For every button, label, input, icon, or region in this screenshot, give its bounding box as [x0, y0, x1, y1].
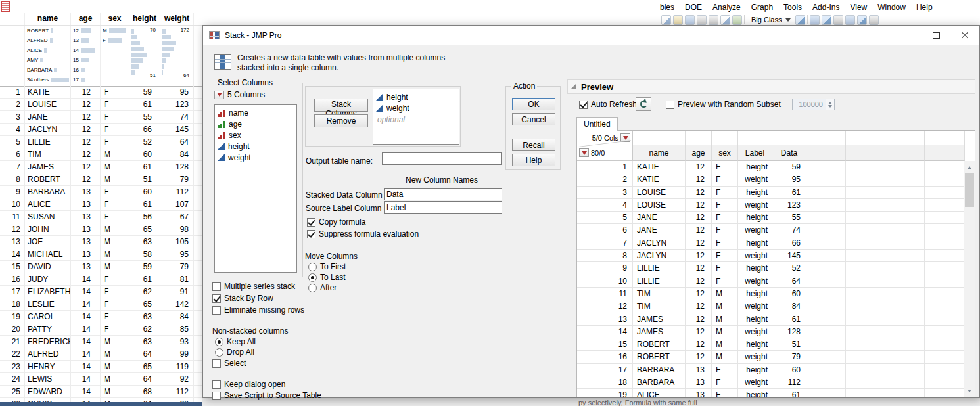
menu-item-window[interactable]: Window — [872, 1, 911, 14]
cell-sex[interactable]: F — [712, 389, 738, 397]
table-row[interactable]: 12JOHN13M6598 — [0, 223, 202, 236]
cell-name[interactable]: SUSAN — [25, 211, 71, 223]
preview-table-row[interactable]: 14JAMES12Mweight128 — [577, 326, 975, 338]
row-number[interactable]: 8 — [0, 173, 25, 185]
row-number[interactable]: 18 — [577, 376, 633, 388]
cell-data[interactable]: 128 — [772, 326, 806, 338]
cell-weight[interactable]: 74 — [160, 111, 194, 123]
cell-name[interactable]: JAMES — [633, 313, 686, 325]
preview-table-row[interactable]: 19ALICE13Fheight61 — [577, 389, 975, 397]
cell-age[interactable]: 14 — [71, 298, 101, 310]
row-number[interactable]: 5 — [577, 212, 633, 223]
cell-sex[interactable]: M — [712, 300, 738, 312]
eliminate-missing-checkbox[interactable]: Eliminate missing rows — [212, 305, 304, 315]
cell-age[interactable]: 12 — [686, 199, 712, 211]
cancel-button[interactable]: Cancel — [512, 113, 555, 125]
cell-sex[interactable]: F — [712, 173, 738, 185]
row-number[interactable]: 25 — [0, 386, 25, 397]
row-number[interactable]: 13 — [0, 236, 25, 248]
cell-label[interactable]: height — [738, 212, 772, 223]
cell-sex[interactable]: F — [712, 161, 738, 173]
menu-item-doe[interactable]: DOE — [680, 1, 707, 14]
cell-weight[interactable]: 95 — [160, 86, 194, 98]
cell-height[interactable]: 60 — [129, 148, 160, 160]
cell-weight[interactable]: 119 — [160, 361, 194, 372]
cell-data[interactable]: 61 — [772, 313, 806, 325]
cell-name[interactable]: JACLYN — [25, 124, 71, 135]
cell-age[interactable]: 12 — [686, 237, 712, 249]
move-columns-radio-to-last[interactable]: To Last — [308, 273, 346, 282]
cell-label[interactable]: height — [738, 161, 772, 173]
row-number[interactable]: 12 — [0, 223, 25, 235]
row-number[interactable]: 2 — [577, 173, 633, 185]
table-row[interactable]: 19CAROL14F6384 — [0, 311, 202, 323]
cell-data[interactable]: 123 — [772, 199, 806, 211]
menu-item-tools[interactable]: Tools — [778, 1, 807, 14]
column-list-item-sex[interactable]: sex — [215, 129, 296, 141]
cell-data[interactable]: 74 — [772, 224, 806, 236]
row-number[interactable]: 19 — [577, 389, 633, 397]
cell-height[interactable]: 52 — [129, 136, 160, 148]
table-row[interactable]: 3JANE12F5574 — [0, 111, 202, 124]
menu-item-bles[interactable]: bles — [655, 1, 680, 14]
scroll-down-button[interactable] — [964, 386, 975, 397]
cell-height[interactable]: 63 — [129, 336, 160, 348]
move-columns-radio-to-first[interactable]: To First — [308, 262, 346, 271]
cell-sex[interactable]: F — [101, 124, 129, 135]
preview-column-header-data[interactable]: Data — [772, 131, 806, 161]
stacked-data-column-input[interactable] — [384, 188, 502, 200]
table-row[interactable]: 23HENRY14M65119 — [0, 361, 202, 373]
header-graph-sex[interactable]: MF — [101, 26, 129, 86]
cell-weight[interactable]: 98 — [160, 223, 194, 235]
header-graph-age[interactable]: 121314151617 — [71, 26, 101, 86]
cell-label[interactable]: height — [738, 237, 772, 249]
cell-label[interactable]: height — [738, 338, 772, 350]
row-number[interactable]: 23 — [0, 361, 25, 372]
cell-age[interactable]: 12 — [71, 136, 101, 148]
cell-label[interactable]: weight — [738, 250, 772, 261]
copy-formula-checkbox[interactable]: Copy formula — [307, 217, 365, 227]
recall-button[interactable]: Recall — [512, 139, 555, 151]
cell-age[interactable]: 14 — [71, 273, 101, 285]
cell-label[interactable]: weight — [738, 275, 772, 287]
cell-weight[interactable]: 142 — [160, 298, 194, 310]
disclosure-triangle-icon[interactable] — [571, 83, 576, 89]
cell-name[interactable]: ROBERT — [633, 338, 686, 350]
cell-sex[interactable]: M — [101, 348, 129, 360]
row-number[interactable]: 13 — [577, 313, 633, 325]
cell-weight[interactable]: 64 — [160, 136, 194, 148]
table-row[interactable]: 11SUSAN13F5667 — [0, 211, 202, 223]
row-number[interactable]: 5 — [0, 136, 25, 148]
table-row[interactable]: 18LESLIE14F65142 — [0, 298, 202, 311]
cell-name[interactable]: LOUISE — [633, 199, 686, 211]
cell-label[interactable]: height — [738, 262, 772, 274]
red-triangle-icon[interactable] — [214, 91, 224, 99]
preview-table-row[interactable]: 2KATIE12Fweight95 — [577, 173, 975, 186]
toolbar-icon[interactable] — [732, 15, 742, 25]
table-row[interactable]: 22ALFRED14M6499 — [0, 348, 202, 361]
preview-table-row[interactable]: 10LILLIE12Fweight64 — [577, 275, 975, 288]
cell-sex[interactable]: F — [712, 275, 738, 287]
cell-weight[interactable]: 81 — [160, 273, 194, 285]
row-number[interactable]: 24 — [0, 373, 25, 385]
cell-data[interactable]: 52 — [772, 262, 806, 274]
cell-height[interactable]: 59 — [129, 261, 160, 273]
preview-table-row[interactable]: 13JAMES12Mheight61 — [577, 313, 975, 326]
cell-age[interactable]: 12 — [71, 124, 101, 135]
close-button[interactable] — [950, 26, 979, 45]
cell-label[interactable]: weight — [738, 199, 772, 211]
cell-age[interactable]: 12 — [686, 224, 712, 236]
preview-table-row[interactable]: 11TIM12Mheight60 — [577, 288, 975, 300]
cell-sex[interactable]: F — [101, 298, 129, 310]
cell-sex[interactable]: M — [101, 161, 129, 173]
cell-weight[interactable]: 92 — [160, 373, 194, 385]
cell-age[interactable]: 12 — [686, 161, 712, 173]
cell-sex[interactable]: M — [101, 173, 129, 185]
cell-label[interactable]: weight — [738, 300, 772, 312]
cell-sex[interactable]: M — [712, 338, 738, 350]
cell-data[interactable]: 112 — [772, 376, 806, 388]
cell-age[interactable]: 13 — [71, 248, 101, 260]
preview-table-row[interactable]: 18BARBARA13Fweight112 — [577, 376, 975, 389]
cell-data[interactable]: 60 — [772, 364, 806, 376]
cell-name[interactable]: LILLIE — [25, 136, 71, 148]
